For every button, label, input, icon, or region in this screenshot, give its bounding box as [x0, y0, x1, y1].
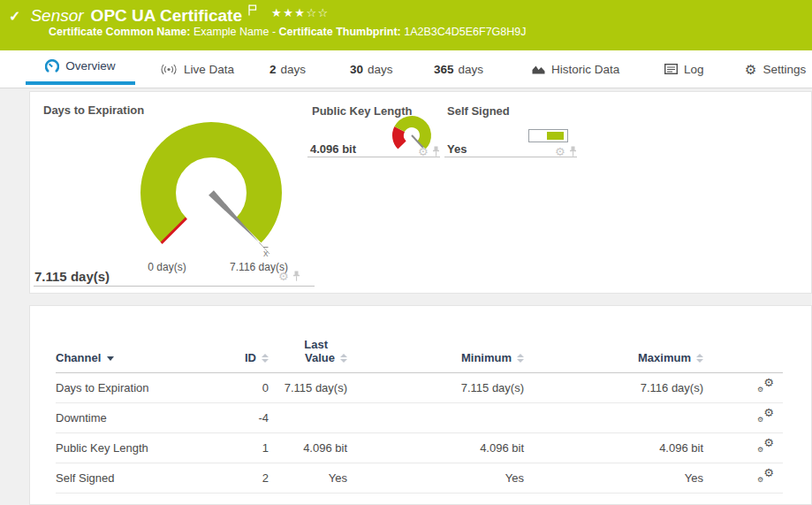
sensor-status-banner: ✓ Sensor OPC UA Certificate ★★★☆☆ Certif…	[0, 0, 812, 50]
tab-historic-data[interactable]: Historic Data	[532, 50, 619, 88]
tab-label: Settings	[763, 63, 806, 76]
sensor-tab-bar: Overview Live Data 2 days 30 days 365 da…	[0, 50, 812, 88]
channel-table: Channel ID Last Value Minimum Maximum	[56, 324, 783, 494]
channel-panel-title: Self Signed	[447, 104, 510, 118]
sensor-kind-label: Sensor	[30, 6, 83, 26]
common-name-label: Certificate Common Name:	[49, 26, 190, 38]
table-row: Public Key Length 1 4.096 bit 4.096 bit …	[56, 432, 783, 463]
column-header-channel[interactable]: Channel	[56, 324, 242, 372]
cell-channel[interactable]: Public Key Length	[56, 432, 242, 463]
column-header-maximum[interactable]: Maximum	[524, 324, 703, 372]
sort-icon	[517, 354, 524, 363]
channel-last-value: 4.096 bit	[310, 142, 356, 156]
cell-minimum	[347, 402, 524, 432]
cell-maximum: 4.096 bit	[524, 432, 703, 463]
channel-panel-actions: ⚙	[278, 271, 300, 282]
panel-divider	[307, 157, 440, 157]
tab-label: days	[368, 63, 393, 76]
tab-30-days[interactable]: 30 days	[350, 50, 393, 88]
cell-last-value: 4.096 bit	[269, 432, 347, 463]
sensor-name: OPC UA Certificate	[91, 6, 242, 26]
tab-label: days	[459, 63, 484, 76]
message-separator: -	[272, 26, 276, 38]
gear-icon: ⚙	[745, 63, 756, 76]
cell-channel[interactable]: Downtime	[56, 402, 242, 432]
sort-desc-icon	[107, 356, 114, 361]
cell-maximum	[524, 402, 703, 432]
tab-number: 2	[269, 63, 277, 76]
table-row: Downtime -4 ⚙⚙	[56, 402, 783, 432]
cell-minimum: 7.115 day(s)	[347, 372, 524, 402]
column-header-actions	[703, 324, 783, 372]
sensor-overview-card: Days to Expiration x 0 day(s) 7.116 day(…	[29, 91, 812, 294]
log-list-icon	[664, 64, 678, 74]
cell-channel[interactable]: Days to Expiration	[56, 372, 242, 402]
stars-empty: ☆☆	[306, 6, 329, 19]
sort-icon	[262, 354, 269, 363]
priority-stars[interactable]: ★★★☆☆	[271, 6, 330, 19]
tab-number: 30	[350, 63, 363, 76]
table-row: Self Signed 2 Yes Yes Yes ⚙⚙	[56, 463, 783, 493]
channel-settings-icon[interactable]: ⚙⚙	[757, 439, 774, 454]
cell-id: 0	[242, 372, 269, 402]
column-header-last-value[interactable]: Last Value	[269, 324, 347, 372]
area-chart-icon	[532, 64, 545, 74]
thumbprint-label: Certificate Thumbprint:	[279, 26, 401, 38]
panel-divider	[444, 157, 577, 157]
self-signed-indicator	[528, 129, 568, 142]
cell-maximum: 7.116 day(s)	[524, 372, 703, 402]
cell-last-value	[269, 402, 347, 432]
sort-icon	[696, 354, 703, 363]
column-header-minimum[interactable]: Minimum	[347, 324, 524, 372]
pin-icon[interactable]	[292, 271, 300, 282]
tab-settings[interactable]: ⚙ Settings	[745, 50, 806, 88]
column-header-id[interactable]: ID	[242, 324, 269, 372]
tab-label: days	[281, 63, 307, 76]
channel-settings-icon[interactable]: ⚙⚙	[757, 409, 774, 424]
flag-icon[interactable]	[247, 4, 257, 19]
status-ok-icon: ✓	[9, 8, 20, 25]
tab-label: Historic Data	[551, 63, 619, 76]
cell-id: 1	[242, 432, 269, 463]
gear-icon[interactable]: ⚙	[278, 271, 289, 282]
cell-id: 2	[242, 463, 269, 493]
toggle-knob	[547, 132, 564, 140]
tab-365-days[interactable]: 365 days	[434, 50, 483, 88]
channel-settings-icon[interactable]: ⚙⚙	[757, 379, 774, 394]
tab-label: Log	[684, 63, 704, 76]
tab-number: 365	[434, 63, 454, 76]
gauge-icon	[45, 59, 59, 73]
channel-last-value: Yes	[447, 142, 467, 156]
mean-marker: x	[263, 248, 269, 258]
cell-id: -4	[242, 402, 269, 432]
sensor-message: Certificate Common Name: Example Name - …	[49, 26, 527, 38]
cell-channel[interactable]: Self Signed	[56, 463, 242, 493]
channel-last-value: 7.115 day(s)	[34, 269, 110, 284]
table-row: Days to Expiration 0 7.115 day(s) 7.115 …	[56, 372, 783, 402]
channel-settings-icon[interactable]: ⚙⚙	[757, 469, 774, 484]
cell-last-value: 7.115 day(s)	[269, 372, 347, 402]
tab-label: Live Data	[184, 63, 234, 76]
cell-last-value: Yes	[269, 463, 347, 493]
tab-label: Overview	[65, 59, 115, 73]
gauge-scale-min: 0 day(s)	[132, 261, 202, 273]
days-to-expiration-gauge	[127, 109, 295, 272]
tab-live-data[interactable]: Live Data	[160, 50, 234, 88]
table-header-row: Channel ID Last Value Minimum Maximum	[56, 324, 783, 372]
common-name-value: Example Name	[194, 26, 269, 38]
thumbprint-value: 1A2B3C4D5E6F7G8H9J	[404, 26, 526, 38]
tab-2-days[interactable]: 2 days	[269, 50, 306, 88]
cell-minimum: 4.096 bit	[347, 432, 524, 463]
tab-overview[interactable]: Overview	[26, 50, 135, 85]
cell-minimum: Yes	[347, 463, 524, 493]
stars-filled: ★★★	[271, 6, 306, 19]
live-data-icon	[160, 64, 178, 75]
cell-maximum: Yes	[524, 463, 703, 493]
tab-log[interactable]: Log	[664, 50, 704, 88]
channel-table-card: Channel ID Last Value Minimum Maximum	[29, 305, 812, 505]
sort-icon	[340, 354, 347, 363]
panel-divider	[34, 286, 315, 287]
